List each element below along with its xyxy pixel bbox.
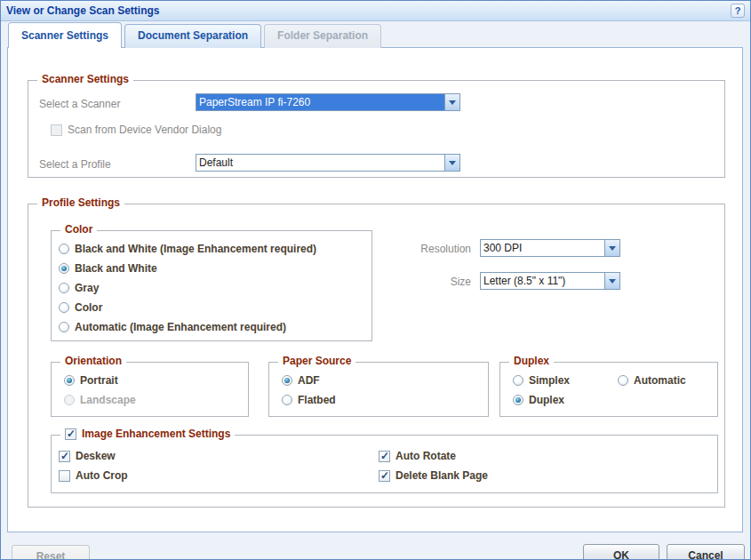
- select-scanner-label: Select a Scanner: [39, 98, 120, 110]
- checkbox-icon: [379, 470, 390, 482]
- ok-button[interactable]: OK: [583, 544, 659, 560]
- title-bar: View or Change Scan Settings ?: [1, 1, 750, 21]
- radio-icon: [282, 395, 292, 405]
- radio-flatbed[interactable]: Flatbed: [282, 394, 336, 406]
- radio-black-and-white[interactable]: Black and White: [59, 262, 316, 275]
- radio-portrait[interactable]: Portrait: [64, 374, 136, 387]
- duplex-group: Duplex Simplex Automatic Duplex: [499, 362, 718, 417]
- scan-settings-dialog: View or Change Scan Settings ? Scanner S…: [0, 0, 751, 560]
- radio-simplex[interactable]: Simplex: [513, 374, 618, 387]
- paper-source-legend: Paper Source: [278, 355, 356, 367]
- tab-document-separation[interactable]: Document Separation: [124, 24, 261, 48]
- chevron-down-icon[interactable]: [604, 240, 619, 256]
- checkbox-icon: [59, 470, 70, 482]
- reset-button: Reset: [12, 545, 90, 560]
- radio-landscape: Landscape: [64, 394, 136, 406]
- radio-icon: [513, 375, 523, 386]
- checkbox-delete-blank-page[interactable]: Delete Blank Page: [379, 469, 488, 482]
- chevron-down-icon[interactable]: [444, 155, 459, 171]
- radio-icon: [59, 263, 69, 274]
- tab-scanner-settings[interactable]: Scanner Settings: [8, 22, 122, 48]
- radio-icon: [59, 244, 69, 254]
- orientation-legend: Orientation: [60, 355, 126, 367]
- radio-icon: [59, 283, 69, 293]
- size-select-value: Letter (8.5" x 11"): [481, 273, 604, 289]
- size-select[interactable]: Letter (8.5" x 11"): [480, 272, 620, 290]
- color-group: Color Black and White (Image Enhancement…: [51, 230, 372, 341]
- radio-automatic-duplex[interactable]: Automatic: [618, 374, 686, 387]
- scanner-settings-group: Scanner Settings Select a Scanner PaperS…: [28, 80, 725, 178]
- image-enhancement-legend-label: Image Enhancement Settings: [82, 428, 230, 440]
- chevron-down-icon[interactable]: [444, 94, 459, 110]
- checkbox-auto-rotate[interactable]: Auto Rotate: [379, 450, 488, 462]
- radio-icon: [282, 375, 292, 386]
- radio-gray[interactable]: Gray: [59, 282, 316, 294]
- profile-select-value: Default: [196, 155, 444, 171]
- select-profile-label: Select a Profile: [39, 158, 111, 171]
- image-enhancement-legend[interactable]: Image Enhancement Settings: [60, 428, 235, 440]
- profile-select[interactable]: Default: [196, 154, 460, 172]
- radio-adf[interactable]: ADF: [282, 374, 336, 387]
- cancel-button[interactable]: Cancel: [667, 544, 745, 560]
- chevron-down-icon[interactable]: [604, 273, 619, 289]
- vendor-dialog-checkbox: Scan from Device Vendor Dialog: [51, 124, 221, 136]
- dialog-title: View or Change Scan Settings: [6, 4, 160, 17]
- scanner-select-value: PaperStream IP fi-7260: [196, 94, 444, 110]
- checkbox-icon: [379, 451, 390, 462]
- profile-settings-legend: Profile Settings: [37, 196, 124, 209]
- radio-icon: [59, 322, 69, 332]
- color-options: Black and White (Image Enhancement requi…: [59, 243, 316, 333]
- checkbox-auto-crop[interactable]: Auto Crop: [59, 469, 379, 482]
- paper-source-group: Paper Source ADF Flatbed: [268, 362, 489, 417]
- image-enhancement-group: Image Enhancement Settings Deskew Auto R…: [51, 435, 718, 493]
- radio-icon: [513, 395, 523, 405]
- main-panel: Scanner Settings Select a Scanner PaperS…: [7, 47, 743, 532]
- help-button[interactable]: ?: [731, 4, 745, 18]
- orientation-group: Orientation Portrait Landscape: [51, 362, 249, 417]
- resolution-select[interactable]: 300 DPI: [480, 239, 620, 257]
- checkbox-icon: [65, 428, 76, 440]
- color-legend: Color: [60, 223, 97, 236]
- tab-folder-separation: Folder Separation: [264, 24, 381, 48]
- radio-bw-enhancement[interactable]: Black and White (Image Enhancement requi…: [59, 243, 316, 255]
- radio-color[interactable]: Color: [59, 301, 316, 314]
- tab-strip: Scanner Settings Document Separation Fol…: [8, 22, 381, 48]
- radio-icon: [64, 395, 75, 405]
- resolution-select-value: 300 DPI: [481, 240, 604, 256]
- scanner-settings-legend: Scanner Settings: [37, 73, 133, 85]
- size-label: Size: [378, 276, 471, 288]
- duplex-legend: Duplex: [509, 355, 554, 367]
- radio-duplex[interactable]: Duplex: [513, 394, 618, 406]
- scanner-select[interactable]: PaperStream IP fi-7260: [196, 93, 460, 111]
- radio-automatic[interactable]: Automatic (Image Enhancement required): [59, 321, 316, 333]
- resolution-label: Resolution: [378, 243, 471, 255]
- profile-settings-group: Profile Settings Color Black and White (…: [28, 204, 725, 508]
- vendor-dialog-label: Scan from Device Vendor Dialog: [68, 124, 221, 136]
- checkbox-icon: [59, 451, 70, 462]
- radio-icon: [64, 375, 75, 386]
- radio-icon: [59, 302, 69, 313]
- radio-icon: [618, 375, 628, 386]
- checkbox-icon: [51, 124, 62, 136]
- checkbox-deskew[interactable]: Deskew: [59, 450, 379, 462]
